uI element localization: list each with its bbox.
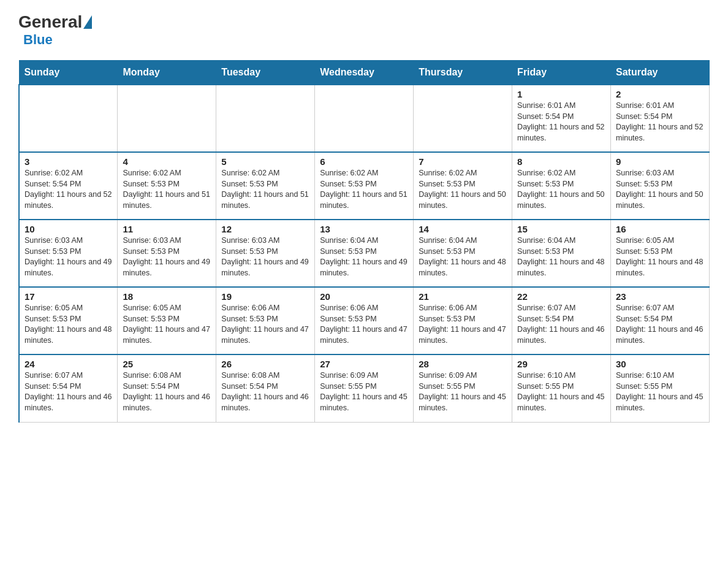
day-number: 27 [320, 359, 408, 369]
day-number: 9 [616, 156, 704, 167]
day-number: 15 [517, 224, 605, 234]
calendar-cell: 1Sunrise: 6:01 AM Sunset: 5:54 PM Daylig… [512, 85, 611, 152]
day-info: Sunrise: 6:03 AM Sunset: 5:53 PM Dayligh… [221, 236, 309, 278]
calendar-cell: 17Sunrise: 6:05 AM Sunset: 5:53 PM Dayli… [19, 287, 118, 354]
day-info: Sunrise: 6:02 AM Sunset: 5:54 PM Dayligh… [25, 168, 112, 211]
day-number: 11 [123, 224, 211, 234]
calendar-cell: 20Sunrise: 6:06 AM Sunset: 5:53 PM Dayli… [315, 287, 414, 354]
day-number: 29 [517, 359, 605, 369]
calendar-cell [414, 85, 512, 152]
day-info: Sunrise: 6:08 AM Sunset: 5:54 PM Dayligh… [221, 370, 309, 413]
day-info: Sunrise: 6:10 AM Sunset: 5:55 PM Dayligh… [616, 370, 704, 413]
weekday-header-tuesday: Tuesday [216, 61, 315, 85]
calendar-cell: 27Sunrise: 6:09 AM Sunset: 5:55 PM Dayli… [315, 354, 414, 422]
day-number: 13 [320, 224, 408, 234]
calendar-cell: 5Sunrise: 6:02 AM Sunset: 5:53 PM Daylig… [216, 152, 315, 220]
calendar-cell: 26Sunrise: 6:08 AM Sunset: 5:54 PM Dayli… [216, 354, 315, 422]
day-number: 17 [25, 291, 112, 302]
weekday-header-wednesday: Wednesday [315, 61, 414, 85]
day-number: 10 [25, 224, 112, 234]
calendar-cell: 8Sunrise: 6:02 AM Sunset: 5:53 PM Daylig… [512, 152, 611, 220]
day-number: 25 [123, 359, 211, 369]
day-info: Sunrise: 6:04 AM Sunset: 5:53 PM Dayligh… [320, 236, 408, 278]
calendar-cell: 23Sunrise: 6:07 AM Sunset: 5:54 PM Dayli… [611, 287, 710, 354]
calendar-cell: 25Sunrise: 6:08 AM Sunset: 5:54 PM Dayli… [118, 354, 216, 422]
calendar-cell: 3Sunrise: 6:02 AM Sunset: 5:54 PM Daylig… [19, 152, 118, 220]
calendar-cell: 14Sunrise: 6:04 AM Sunset: 5:53 PM Dayli… [414, 220, 512, 287]
day-info: Sunrise: 6:09 AM Sunset: 5:55 PM Dayligh… [320, 370, 408, 413]
calendar-cell: 2Sunrise: 6:01 AM Sunset: 5:54 PM Daylig… [611, 85, 710, 152]
day-number: 22 [517, 291, 605, 302]
calendar-cell: 18Sunrise: 6:05 AM Sunset: 5:53 PM Dayli… [118, 287, 216, 354]
day-info: Sunrise: 6:05 AM Sunset: 5:53 PM Dayligh… [616, 236, 704, 278]
day-number: 4 [123, 156, 211, 167]
day-number: 2 [616, 89, 704, 99]
weekday-header-thursday: Thursday [414, 61, 512, 85]
day-info: Sunrise: 6:03 AM Sunset: 5:53 PM Dayligh… [25, 236, 112, 278]
calendar-cell: 21Sunrise: 6:06 AM Sunset: 5:53 PM Dayli… [414, 287, 512, 354]
calendar-cell: 19Sunrise: 6:06 AM Sunset: 5:53 PM Dayli… [216, 287, 315, 354]
logo-blue-text: Blue [23, 32, 53, 47]
day-number: 7 [419, 156, 507, 167]
week-row-1: 1Sunrise: 6:01 AM Sunset: 5:54 PM Daylig… [19, 85, 710, 152]
weekday-header-sunday: Sunday [19, 61, 118, 85]
calendar-cell: 6Sunrise: 6:02 AM Sunset: 5:53 PM Daylig… [315, 152, 414, 220]
calendar-cell: 29Sunrise: 6:10 AM Sunset: 5:55 PM Dayli… [512, 354, 611, 422]
day-number: 8 [517, 156, 605, 167]
calendar-cell: 9Sunrise: 6:03 AM Sunset: 5:53 PM Daylig… [611, 152, 710, 220]
calendar-cell: 15Sunrise: 6:04 AM Sunset: 5:53 PM Dayli… [512, 220, 611, 287]
day-info: Sunrise: 6:06 AM Sunset: 5:53 PM Dayligh… [320, 303, 408, 346]
calendar-cell: 16Sunrise: 6:05 AM Sunset: 5:53 PM Dayli… [611, 220, 710, 287]
day-info: Sunrise: 6:02 AM Sunset: 5:53 PM Dayligh… [517, 168, 605, 211]
day-info: Sunrise: 6:10 AM Sunset: 5:55 PM Dayligh… [517, 370, 605, 413]
calendar-cell: 7Sunrise: 6:02 AM Sunset: 5:53 PM Daylig… [414, 152, 512, 220]
calendar-cell: 13Sunrise: 6:04 AM Sunset: 5:53 PM Dayli… [315, 220, 414, 287]
day-info: Sunrise: 6:03 AM Sunset: 5:53 PM Dayligh… [616, 168, 704, 211]
day-info: Sunrise: 6:07 AM Sunset: 5:54 PM Dayligh… [25, 370, 112, 413]
calendar-cell [216, 85, 315, 152]
day-number: 24 [25, 359, 112, 369]
day-number: 3 [25, 156, 112, 167]
day-number: 19 [221, 291, 309, 302]
calendar-cell: 28Sunrise: 6:09 AM Sunset: 5:55 PM Dayli… [414, 354, 512, 422]
day-info: Sunrise: 6:08 AM Sunset: 5:54 PM Dayligh… [123, 370, 211, 413]
week-row-2: 3Sunrise: 6:02 AM Sunset: 5:54 PM Daylig… [19, 152, 710, 220]
calendar-cell [315, 85, 414, 152]
day-number: 26 [221, 359, 309, 369]
day-info: Sunrise: 6:02 AM Sunset: 5:53 PM Dayligh… [419, 168, 507, 211]
header: General Blue [18, 12, 710, 48]
day-number: 6 [320, 156, 408, 167]
day-number: 1 [517, 89, 605, 99]
calendar-cell: 24Sunrise: 6:07 AM Sunset: 5:54 PM Dayli… [19, 354, 118, 422]
day-number: 16 [616, 224, 704, 234]
calendar-cell [19, 85, 118, 152]
day-info: Sunrise: 6:01 AM Sunset: 5:54 PM Dayligh… [616, 101, 704, 144]
day-info: Sunrise: 6:06 AM Sunset: 5:53 PM Dayligh… [419, 303, 507, 346]
day-info: Sunrise: 6:01 AM Sunset: 5:54 PM Dayligh… [517, 101, 605, 144]
day-number: 12 [221, 224, 309, 234]
day-number: 23 [616, 291, 704, 302]
day-info: Sunrise: 6:05 AM Sunset: 5:53 PM Dayligh… [25, 303, 112, 346]
day-info: Sunrise: 6:02 AM Sunset: 5:53 PM Dayligh… [320, 168, 408, 211]
day-number: 5 [221, 156, 309, 167]
day-number: 21 [419, 291, 507, 302]
calendar-cell: 11Sunrise: 6:03 AM Sunset: 5:53 PM Dayli… [118, 220, 216, 287]
logo: General Blue [18, 12, 93, 48]
logo-general-text: General [18, 12, 82, 32]
week-row-5: 24Sunrise: 6:07 AM Sunset: 5:54 PM Dayli… [19, 354, 710, 422]
day-number: 30 [616, 359, 704, 369]
day-number: 18 [123, 291, 211, 302]
weekday-header-saturday: Saturday [611, 61, 710, 85]
day-info: Sunrise: 6:03 AM Sunset: 5:53 PM Dayligh… [123, 236, 211, 278]
day-info: Sunrise: 6:02 AM Sunset: 5:53 PM Dayligh… [123, 168, 211, 211]
day-info: Sunrise: 6:07 AM Sunset: 5:54 PM Dayligh… [517, 303, 605, 346]
calendar-table: SundayMondayTuesdayWednesdayThursdayFrid… [18, 60, 710, 423]
day-info: Sunrise: 6:06 AM Sunset: 5:53 PM Dayligh… [221, 303, 309, 346]
weekday-header-friday: Friday [512, 61, 611, 85]
week-row-4: 17Sunrise: 6:05 AM Sunset: 5:53 PM Dayli… [19, 287, 710, 354]
day-number: 28 [419, 359, 507, 369]
day-info: Sunrise: 6:04 AM Sunset: 5:53 PM Dayligh… [419, 236, 507, 278]
calendar-cell: 30Sunrise: 6:10 AM Sunset: 5:55 PM Dayli… [611, 354, 710, 422]
day-info: Sunrise: 6:02 AM Sunset: 5:53 PM Dayligh… [221, 168, 309, 211]
logo-triangle-icon [83, 15, 92, 29]
